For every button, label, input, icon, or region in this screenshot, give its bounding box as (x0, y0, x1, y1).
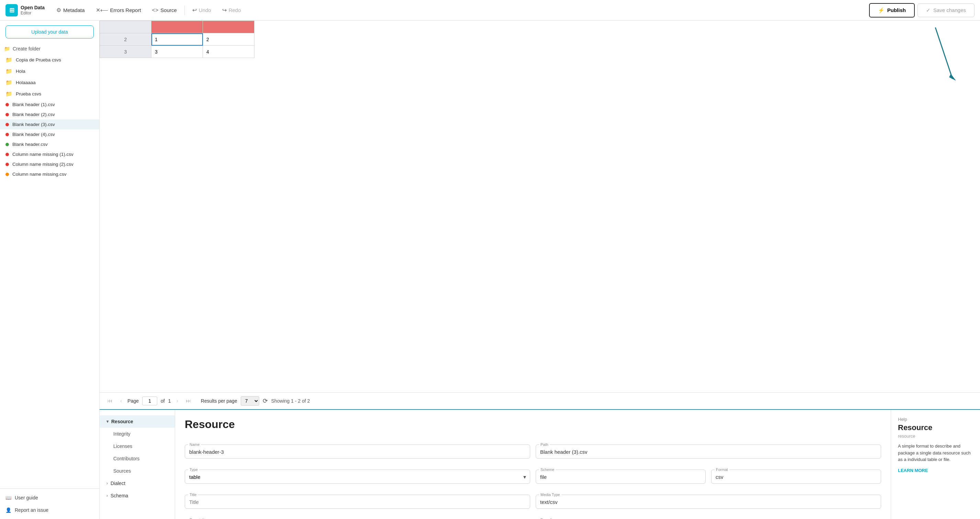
folder-icon: 📁 (5, 68, 12, 75)
format-input[interactable] (711, 470, 881, 484)
redo-button[interactable]: ↪ Redo (217, 4, 246, 16)
cell-col2[interactable]: 2 (203, 33, 255, 46)
folder-icon: 📁 (5, 57, 12, 63)
page-label: Page (127, 398, 139, 404)
sliders-icon: ⚙ (56, 7, 61, 13)
table-row: 3 3 4 (100, 46, 255, 58)
upload-button[interactable]: Upload your data (5, 25, 94, 38)
scheme-field: Scheme (536, 464, 706, 484)
sidenav-resource[interactable]: ▾ Resource (100, 415, 175, 428)
sidebar-file[interactable]: Column name missing.csv (0, 169, 99, 179)
mediatype-input[interactable] (536, 495, 881, 509)
refresh-button[interactable]: ⟳ (262, 397, 268, 405)
sidebar-file[interactable]: Blank header.csv (0, 140, 99, 149)
status-dot (5, 153, 9, 156)
chevron-right-icon: › (107, 481, 108, 486)
scheme-format-group: Scheme Format (536, 464, 881, 484)
cell-col1[interactable]: 1 (151, 33, 203, 46)
col1-header[interactable] (151, 21, 203, 33)
user-guide-link[interactable]: 📖 User guide (0, 492, 99, 504)
last-page-button[interactable]: ⏭ (184, 397, 193, 405)
nav-divider (185, 5, 185, 15)
scheme-label: Scheme (539, 468, 555, 471)
of-label: of (161, 398, 165, 404)
sidebar-folder[interactable]: 📁Holaaaaa (0, 77, 99, 88)
page-input[interactable] (142, 397, 157, 405)
results-label: Results per page (201, 398, 237, 404)
svg-line-0 (935, 27, 953, 79)
encoding-label: Encoding (539, 517, 558, 519)
prev-page-button[interactable]: ‹ (118, 397, 124, 405)
sidebar-folder[interactable]: 📁Hola (0, 65, 99, 77)
name-field: Name (185, 439, 530, 459)
type-label: Type (188, 468, 199, 471)
type-select[interactable]: table file (185, 470, 530, 484)
sidenav-contributors[interactable]: Contributors (100, 452, 175, 465)
sidebar-file[interactable]: Column name missing (2).csv (0, 159, 99, 169)
title-input[interactable] (185, 495, 530, 509)
sidenav-schema[interactable]: › Schema (100, 489, 175, 502)
help-subtitle: resource (898, 433, 973, 439)
cell-col1[interactable]: 3 (151, 46, 203, 58)
encoding-field: Encoding (536, 514, 881, 519)
sidenav-licenses[interactable]: Licenses (100, 440, 175, 452)
save-button[interactable]: ✓ Save changes (918, 3, 975, 17)
sidebar-files: Blank header (1).csvBlank header (2).csv… (0, 100, 99, 179)
status-dot (5, 103, 9, 106)
undo-button[interactable]: ↩ Undo (188, 4, 216, 16)
sidebar-file[interactable]: Column name missing (1).csv (0, 149, 99, 159)
errors-report-button[interactable]: ✕⟵ Errors Report (91, 4, 146, 16)
source-button[interactable]: <> Source (147, 5, 181, 16)
sidenav-dialect[interactable]: › Dialect (100, 477, 175, 489)
data-table: 2 1 2 3 3 4 (100, 21, 255, 58)
cell-col2[interactable]: 4 (203, 46, 255, 58)
nav-items: ⚙ Metadata ✕⟵ Errors Report <> Source ↩ … (51, 4, 866, 16)
sidebar: Upload your data 📁 Create folder 📁Copia … (0, 21, 100, 519)
description-label: Description (188, 517, 210, 519)
check-icon: ✓ (926, 7, 931, 13)
form-title: Resource (185, 418, 881, 431)
content-area: 2 1 2 3 3 4 ⏮ ‹ Page of 1 › ⏭ Resu (100, 21, 980, 519)
sidenav-integrity[interactable]: Integrity (100, 428, 175, 440)
publish-button[interactable]: ⚡ Publish (869, 3, 915, 17)
app-logo: ⊞ Open Data Editor (5, 4, 45, 16)
learn-more-link[interactable]: LEARN MORE (898, 468, 928, 473)
type-select-wrap: table file ▾ (185, 470, 530, 484)
sidebar-folder[interactable]: 📁Prueba csvs (0, 88, 99, 100)
results-select[interactable]: 7 10 25 50 (241, 396, 259, 406)
help-description: A simple format to describe and package … (898, 443, 973, 463)
sidebar-file[interactable]: Blank header (4).csv (0, 129, 99, 140)
table-row: 2 1 2 (100, 33, 255, 46)
scheme-input[interactable] (536, 470, 706, 484)
next-page-button[interactable]: › (175, 397, 180, 405)
row-number: 2 (100, 33, 151, 46)
folder-plus-icon: 📁 (4, 46, 10, 51)
path-input[interactable] (536, 444, 881, 459)
status-dot (5, 133, 9, 136)
sidebar-file[interactable]: Blank header (2).csv (0, 110, 99, 119)
name-input[interactable] (185, 444, 530, 459)
folder-icon: 📁 (5, 90, 12, 97)
sidenav-sources[interactable]: Sources (100, 465, 175, 477)
pagination-bar: ⏮ ‹ Page of 1 › ⏭ Results per page 7 10 … (100, 392, 980, 409)
report-issue-link[interactable]: 👤 Report an issue (0, 504, 99, 516)
description-field: Description (185, 514, 530, 519)
col2-header[interactable] (203, 21, 255, 33)
create-folder-button[interactable]: 📁 Create folder (0, 43, 99, 54)
status-dot (5, 123, 9, 126)
row-number: 3 (100, 46, 151, 58)
chevron-down-icon: ▾ (107, 419, 108, 424)
title-label: Title (188, 492, 198, 497)
path-field: Path (536, 439, 881, 459)
sidebar-folders: 📁Copia de Prueba csvs📁Hola📁Holaaaaa📁Prue… (0, 54, 99, 100)
errors-icon: ✕⟵ (96, 7, 108, 13)
first-page-button[interactable]: ⏮ (105, 397, 115, 405)
sidebar-file[interactable]: Blank header (1).csv (0, 100, 99, 110)
svg-marker-1 (949, 74, 956, 81)
status-dot (5, 113, 9, 116)
metadata-button[interactable]: ⚙ Metadata (51, 4, 90, 16)
person-icon: 👤 (5, 507, 11, 513)
title-field: Title (185, 489, 530, 509)
sidebar-folder[interactable]: 📁Copia de Prueba csvs (0, 54, 99, 65)
sidebar-file[interactable]: Blank header (3).csv (0, 119, 99, 129)
